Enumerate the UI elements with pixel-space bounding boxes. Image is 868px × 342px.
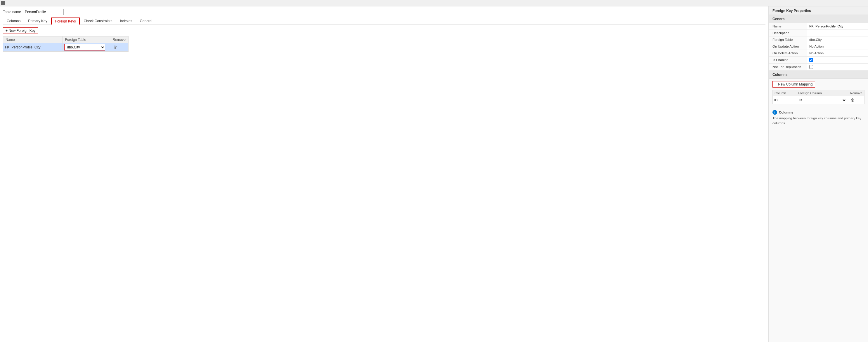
fk-foreign-table-select[interactable]: dbo.City dbo.Address dbo.Country bbox=[64, 44, 105, 50]
prop-label-not-for-replication: Not For Replication bbox=[769, 64, 807, 71]
app-bar bbox=[0, 0, 868, 6]
col-mapping-foreign-column-cell: ID CityID Name bbox=[796, 96, 848, 104]
table-name-row: Table name bbox=[3, 9, 766, 15]
columns-section: + New Column Mapping Column Foreign Colu… bbox=[769, 79, 868, 104]
right-panel-title: Foreign Key Properties bbox=[769, 6, 868, 15]
info-title-text: Columns bbox=[779, 111, 793, 114]
prop-name-input[interactable] bbox=[809, 25, 866, 28]
new-foreign-key-button[interactable]: + New Foreign Key bbox=[3, 27, 38, 34]
main-container: Table name Columns Primary Key Foreign K… bbox=[0, 6, 868, 342]
prop-value-on-update: No Action bbox=[807, 43, 868, 50]
prop-value-name bbox=[807, 23, 868, 30]
fk-delete-button[interactable]: 🗑 bbox=[112, 44, 118, 50]
prop-label-on-delete: On Delete Action bbox=[769, 50, 807, 57]
info-icon: i bbox=[772, 110, 777, 115]
fk-name-cell: FK_PersonProfile_City bbox=[3, 43, 63, 52]
not-for-replication-checkbox[interactable] bbox=[809, 65, 813, 69]
fk-col-remove: Remove bbox=[110, 36, 129, 43]
new-column-mapping-button[interactable]: + New Column Mapping bbox=[772, 81, 815, 88]
fk-table: Name Foreign Table Remove FK_PersonProfi… bbox=[3, 36, 129, 52]
prop-value-on-delete: No Action bbox=[807, 50, 868, 57]
app-icon bbox=[1, 1, 5, 5]
col-mapping-column-cell: ID bbox=[773, 96, 796, 104]
prop-label-name: Name bbox=[769, 23, 807, 30]
prop-label-description: Description bbox=[769, 30, 807, 36]
col-mapping-remove-header: Remove bbox=[848, 90, 865, 96]
col-mapping-delete-button[interactable]: 🗑 bbox=[849, 97, 856, 103]
general-section-header: General bbox=[769, 15, 868, 23]
prop-label-is-enabled: Is Enabled bbox=[769, 57, 807, 64]
table-row: ID ID CityID Name 🗑 bbox=[773, 96, 865, 104]
tab-indexes[interactable]: Indexes bbox=[116, 18, 136, 25]
fk-foreign-table-cell: dbo.City dbo.Address dbo.Country bbox=[63, 43, 110, 52]
properties-grid: Name Description Foreign Table dbo.City … bbox=[769, 23, 868, 71]
tab-check-constraints[interactable]: Check Constraints bbox=[80, 18, 116, 25]
right-panel: Foreign Key Properties General Name Desc… bbox=[769, 6, 868, 342]
info-description: The mapping between foreign key columns … bbox=[772, 116, 865, 126]
left-panel: Table name Columns Primary Key Foreign K… bbox=[0, 6, 769, 342]
foreign-column-select[interactable]: ID CityID Name bbox=[798, 98, 846, 102]
prop-label-on-update: On Update Action bbox=[769, 43, 807, 50]
col-mapping-foreign-col-header: Foreign Column bbox=[796, 90, 848, 96]
table-name-input[interactable] bbox=[23, 9, 64, 15]
prop-label-foreign-table: Foreign Table bbox=[769, 36, 807, 43]
info-section: i Columns The mapping between foreign ke… bbox=[772, 110, 865, 126]
column-mapping-table: Column Foreign Column Remove ID ID CityI… bbox=[772, 90, 865, 104]
tab-columns[interactable]: Columns bbox=[3, 18, 24, 25]
tab-primary-key[interactable]: Primary Key bbox=[24, 18, 51, 25]
tab-general[interactable]: General bbox=[136, 18, 156, 25]
info-title: i Columns bbox=[772, 110, 865, 115]
table-name-label: Table name bbox=[3, 10, 21, 14]
prop-value-description bbox=[807, 30, 868, 36]
is-enabled-checkbox[interactable] bbox=[809, 58, 813, 62]
tabs: Columns Primary Key Foreign Keys Check C… bbox=[3, 18, 766, 25]
col-mapping-col-header: Column bbox=[773, 90, 796, 96]
fk-remove-cell: 🗑 bbox=[110, 43, 129, 52]
prop-value-not-for-replication bbox=[807, 64, 868, 71]
prop-value-foreign-table: dbo.City bbox=[807, 36, 868, 43]
tab-foreign-keys[interactable]: Foreign Keys bbox=[51, 18, 80, 25]
col-mapping-remove-cell: 🗑 bbox=[848, 96, 865, 104]
columns-section-header: Columns bbox=[769, 71, 868, 79]
prop-value-is-enabled bbox=[807, 57, 868, 64]
table-row: FK_PersonProfile_City dbo.City dbo.Addre… bbox=[3, 43, 129, 52]
fk-col-name: Name bbox=[3, 36, 63, 43]
fk-col-foreign-table: Foreign Table bbox=[63, 36, 110, 43]
prop-description-input[interactable] bbox=[809, 31, 866, 35]
